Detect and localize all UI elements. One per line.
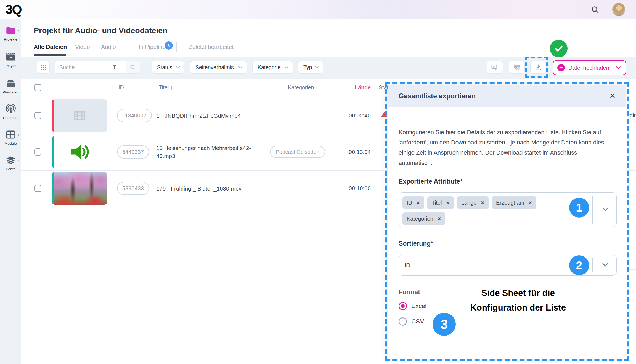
filter-funnel-icon[interactable]: [112, 64, 118, 71]
file-title[interactable]: 1-TJNBQDfHhmr2tzFpGdMv.mp4: [156, 97, 253, 134]
file-length: 00:10:00: [316, 170, 371, 207]
file-id-badge: 11340007: [117, 109, 152, 122]
select-divider: [592, 258, 593, 272]
column-header-id[interactable]: ID: [118, 84, 124, 91]
brand-logo: 3Q: [6, 2, 21, 17]
remove-icon[interactable]: ✕: [446, 200, 449, 205]
file-id-badge: 5390433: [117, 182, 149, 195]
column-header-laenge[interactable]: Länge: [316, 84, 371, 91]
row-checkbox[interactable]: [34, 148, 41, 156]
sidebar-item-projekte[interactable]: Projekte ›: [0, 25, 21, 41]
attribute-chip[interactable]: Länge✕: [457, 196, 489, 209]
edit-note-icon: [491, 64, 499, 71]
search-field: [55, 61, 126, 74]
search-icon[interactable]: [591, 5, 600, 15]
select-all-checkbox[interactable]: [34, 84, 41, 91]
file-length: 00:13:04: [316, 134, 371, 170]
aspect-ratio-filter-dropdown[interactable]: Seitenverhältnis: [190, 61, 247, 74]
attribute-chip[interactable]: Erzeugt am✕: [492, 196, 536, 209]
upload-file-button[interactable]: + Datei hochladen: [553, 60, 626, 75]
row-checkbox[interactable]: [34, 112, 41, 119]
upload-file-label: Datei hochladen: [568, 65, 611, 71]
user-avatar[interactable]: [612, 3, 625, 16]
audio-thumbnail[interactable]: [52, 136, 107, 168]
chevron-down-icon: [616, 66, 621, 69]
annotation-step-2: 2: [569, 255, 589, 275]
chevron-right-icon: ›: [18, 157, 19, 163]
remove-icon[interactable]: ✕: [416, 200, 420, 205]
file-id-badge: 5449337: [117, 145, 149, 159]
sidebar-item-player[interactable]: Player: [0, 52, 21, 68]
film-icon: [52, 99, 107, 132]
attribute-chip[interactable]: Titel✕: [427, 196, 454, 209]
tab-video[interactable]: Video: [75, 44, 90, 50]
annotation-step-1: 1: [569, 198, 589, 218]
format-option-csv[interactable]: CSV: [399, 317, 424, 326]
remove-icon[interactable]: ✕: [528, 200, 532, 205]
player-icon: [0, 52, 21, 62]
playlist-icon: [0, 78, 21, 88]
chevron-down-icon[interactable]: [602, 207, 609, 213]
radio-selected-icon[interactable]: [399, 302, 407, 310]
row-checkbox[interactable]: [34, 185, 41, 192]
image-thumbnail[interactable]: [52, 172, 107, 205]
tab-divider: [176, 42, 177, 52]
select-divider: [592, 196, 593, 224]
remove-icon[interactable]: ✕: [438, 216, 441, 221]
attribute-chip[interactable]: ID✕: [402, 196, 424, 209]
chevron-down-icon: [176, 66, 180, 69]
clipped-cell-text: ding: [630, 112, 636, 119]
sidebar-item-playlisten[interactable]: Playlisten: [0, 78, 21, 94]
active-tab-underline: [34, 54, 66, 56]
chevron-down-icon[interactable]: [602, 263, 609, 268]
column-header-kategorien[interactable]: Kategorien: [288, 84, 314, 91]
tab-in-pipeline[interactable]: In Pipeline: [139, 44, 166, 50]
upload-options-toggle[interactable]: [611, 66, 626, 69]
sidebar-item-podcasts[interactable]: Podcasts: [0, 104, 21, 120]
sorting-label: Sortierung*: [399, 240, 433, 247]
sorting-value: ID: [404, 262, 410, 269]
attribute-chip[interactable]: Kategorien✕: [402, 212, 445, 225]
file-title[interactable]: 15 Heisshunger nach Mehrarbeit s42-46.mp…: [156, 134, 253, 170]
attributes-label: Exportierte Attribute*: [399, 178, 463, 185]
search-submit-button[interactable]: [126, 61, 140, 74]
annotation-highlight-box: [525, 57, 548, 78]
video-thumbnail[interactable]: [52, 99, 107, 132]
category-filter-dropdown[interactable]: Kategorie: [252, 61, 293, 74]
remove-icon[interactable]: ✕: [481, 200, 484, 205]
status-accent-bar: [52, 172, 54, 205]
speaker-icon: [52, 136, 107, 168]
tab-alle-dateien[interactable]: Alle Dateien: [34, 44, 67, 50]
file-title[interactable]: 179 - Frühling _ Blüten_1080.mov: [156, 170, 253, 207]
tab-zuletzt-bearbeitet[interactable]: Zuletzt bearbeitet: [189, 44, 234, 50]
attribute-chips: ID✕ Titel✕ Länge✕ Erzeugt am✕ Kategorien…: [402, 196, 568, 225]
bulk-edit-button[interactable]: [487, 61, 503, 74]
tab-audio[interactable]: Audio: [101, 44, 116, 50]
row-divider: [627, 269, 636, 270]
search-input[interactable]: [59, 64, 112, 71]
status-warning-icon: [381, 112, 387, 117]
format-label: Format: [399, 288, 420, 296]
plus-circle-icon: +: [557, 64, 565, 71]
radio-unselected-icon[interactable]: [399, 317, 407, 326]
sidebar-item-module[interactable]: Module ›: [0, 130, 21, 146]
status-accent-bar: [52, 136, 54, 168]
close-icon[interactable]: ✕: [609, 92, 616, 100]
annotation-check-icon: [550, 40, 568, 57]
favorite-remove-button[interactable]: [509, 61, 525, 74]
chevron-down-icon: [315, 66, 319, 69]
pipeline-count-badge: 6: [165, 41, 173, 50]
podcast-icon: [0, 104, 21, 114]
sidebar-item-konto[interactable]: Konto ›: [0, 155, 21, 171]
heart-minus-icon: [513, 64, 520, 71]
sidebar: Projekte › Player Playlisten Podcas: [0, 19, 21, 364]
chevron-right-icon: ›: [18, 28, 19, 33]
grid-view-button[interactable]: [37, 61, 50, 74]
column-header-titel[interactable]: Titel ↑: [159, 84, 173, 91]
type-filter-dropdown[interactable]: Typ: [298, 61, 323, 74]
status-filter-dropdown[interactable]: Status: [152, 61, 184, 74]
app-window: 3Q Projekte › Player Playlisten: [0, 0, 636, 364]
format-option-excel[interactable]: Excel: [399, 302, 426, 310]
chevron-down-icon: [238, 66, 243, 69]
chevron-down-icon: [284, 66, 289, 69]
